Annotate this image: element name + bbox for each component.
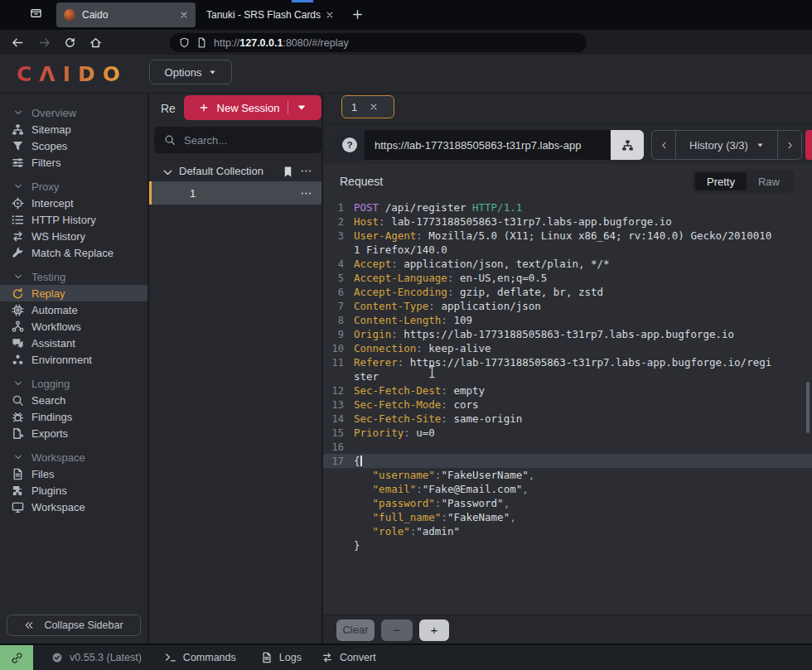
- sidebar-item-automate[interactable]: Automate: [0, 301, 147, 318]
- connection-status[interactable]: [0, 645, 33, 670]
- code-line: 15Priority: u=0: [323, 426, 812, 440]
- line-number: 5: [323, 272, 351, 284]
- tab-label: Tanuki - SRS Flash Cards: [206, 9, 326, 21]
- line-number: 17: [323, 456, 351, 467]
- browser-url-bar[interactable]: http://127.0.0.1:8080/#/replay: [170, 33, 587, 52]
- tab-container-indicator: [292, 0, 313, 2]
- sidebar-item-replay[interactable]: Replay: [0, 285, 147, 301]
- ellipsis-menu-icon[interactable]: [300, 187, 312, 199]
- sidebar-item-label: Intercept: [31, 197, 74, 210]
- convert-button[interactable]: Convert: [321, 652, 376, 663]
- session-label: 1: [190, 187, 196, 200]
- sidebar-item-environment[interactable]: Environment: [0, 351, 147, 368]
- caret-down-icon: [756, 142, 764, 149]
- editor-scrollbar[interactable]: [806, 382, 810, 433]
- file-icon: [261, 652, 273, 663]
- line-number: 12: [323, 385, 351, 397]
- forward-icon[interactable]: [38, 36, 51, 49]
- screen: Caido Tanuki - SRS Flash Cards http://12…: [0, 0, 812, 670]
- sidebar-item-assistant[interactable]: Assistant: [0, 335, 147, 351]
- sidebar-item-sitemap[interactable]: Sitemap: [0, 121, 147, 137]
- shield-icon[interactable]: [179, 37, 190, 48]
- code-line: 17{: [323, 454, 812, 468]
- collection-row[interactable]: Default Collection: [149, 160, 321, 181]
- code-line: 9Origin: https://lab-1773188505863-t31rp…: [323, 327, 812, 341]
- code-text: Content-Type: application/json: [351, 300, 541, 312]
- back-icon[interactable]: [12, 36, 24, 49]
- code-text: ster: [351, 370, 379, 383]
- sidebar-item-match-replace[interactable]: Match & Replace: [0, 244, 147, 261]
- line-number: 3: [323, 230, 351, 242]
- commands-button[interactable]: Commands: [165, 652, 236, 663]
- sidebar-item-scopes[interactable]: Scopes: [0, 137, 147, 154]
- code-line: 12Sec-Fetch-Dest: empty: [323, 383, 812, 398]
- history-back-button[interactable]: [651, 130, 676, 160]
- code-line: }: [323, 538, 812, 552]
- sidebar-item-exports[interactable]: Exports: [0, 425, 147, 441]
- pretty-toggle[interactable]: Pretty: [695, 172, 747, 190]
- history-dropdown[interactable]: History (3/3): [676, 130, 777, 160]
- connection-settings-button[interactable]: [611, 130, 644, 160]
- replay-session-tab[interactable]: 1: [341, 95, 394, 118]
- sessions-panel: Re New Session Search... Default Collect…: [149, 93, 321, 643]
- sidebar-item-intercept[interactable]: Intercept: [0, 195, 147, 211]
- home-icon[interactable]: [89, 36, 102, 49]
- code-line: 10Connection: keep-alive: [323, 341, 812, 355]
- options-label: Options: [165, 66, 202, 79]
- session-search-input[interactable]: Search...: [154, 127, 321, 153]
- code-line: 2Host: lab-1773188505863-t31rp7.labs-app…: [323, 214, 812, 229]
- send-button-edge[interactable]: [805, 130, 812, 160]
- tab-close-icon[interactable]: [180, 11, 188, 19]
- history-forward-button[interactable]: [777, 130, 802, 160]
- sidebar-item-filters[interactable]: Filters: [0, 154, 147, 171]
- search-icon: [164, 134, 176, 146]
- sessions-panel-title: Re: [161, 102, 176, 115]
- sidebar-nav: OverviewSitemapScopesFiltersProxyInterce…: [0, 104, 147, 523]
- new-session-button[interactable]: New Session: [184, 95, 321, 120]
- code-line: 3User-Agent: Mozilla/5.0 (X11; Linux x86…: [323, 229, 812, 243]
- target-url-input[interactable]: https://lab-1773188505863-t31rp7.labs-ap…: [365, 130, 611, 160]
- add-tab-button[interactable]: +: [419, 619, 449, 641]
- sidebar-section-header-proxy[interactable]: Proxy: [0, 178, 147, 195]
- chevron-down-icon[interactable]: [162, 166, 171, 176]
- remove-tab-button[interactable]: −: [381, 619, 413, 641]
- tab-close-icon[interactable]: [326, 11, 334, 19]
- view-mode-toggle: Pretty Raw: [693, 170, 794, 193]
- browser-tab-tanuki[interactable]: Tanuki - SRS Flash Cards: [199, 2, 341, 27]
- help-icon[interactable]: ?: [342, 137, 357, 152]
- reload-icon[interactable]: [64, 36, 76, 49]
- browser-tab-caido[interactable]: Caido: [56, 2, 196, 27]
- request-editor[interactable]: 1POST /api/register HTTP/1.12Host: lab-1…: [323, 200, 812, 552]
- chevron-down-icon: [13, 272, 23, 282]
- close-icon[interactable]: [370, 103, 378, 111]
- check-circle-icon: [51, 652, 63, 663]
- sidebar-item-search[interactable]: Search: [0, 392, 147, 408]
- page-info-icon[interactable]: [196, 37, 207, 48]
- sidebar-item-ws-history[interactable]: WS History: [0, 228, 147, 244]
- code-line: 1 Firefox/140.0: [323, 243, 812, 257]
- new-tab-button[interactable]: [351, 8, 364, 21]
- clear-button[interactable]: Clear: [336, 619, 375, 641]
- sidebar-item-workflows[interactable]: Workflows: [0, 318, 147, 335]
- firefox-view-icon[interactable]: [30, 7, 42, 22]
- code-text: Sec-Fetch-Site: same-origin: [351, 412, 522, 425]
- session-list-item[interactable]: 1: [149, 181, 321, 205]
- options-button[interactable]: Options: [149, 60, 232, 84]
- collapse-sidebar-button[interactable]: Collapse Sidebar: [7, 615, 141, 636]
- sidebar-item-workspace[interactable]: Workspace: [0, 499, 147, 515]
- code-text: Priority: u=0: [351, 427, 435, 439]
- sidebar-item-files[interactable]: Files: [0, 465, 147, 482]
- sidebar-section-header-logging[interactable]: Logging: [0, 375, 147, 392]
- sidebar-section-header-testing[interactable]: Testing: [0, 268, 147, 285]
- sidebar-item-plugins[interactable]: Plugins: [0, 482, 147, 499]
- logs-button[interactable]: Logs: [261, 652, 302, 663]
- sidebar-section-header-workspace[interactable]: Workspace: [0, 449, 147, 465]
- sidebar-item-findings[interactable]: Findings: [0, 408, 147, 425]
- sidebar-item-http-history[interactable]: HTTP History: [0, 211, 147, 228]
- puzzle-icon: [12, 484, 24, 497]
- ellipsis-menu-icon[interactable]: [300, 165, 312, 176]
- target-url-group: ? https://lab-1773188505863-t31rp7.labs-…: [335, 130, 644, 160]
- sidebar-section-header-overview[interactable]: Overview: [0, 104, 147, 121]
- raw-toggle[interactable]: Raw: [747, 172, 791, 190]
- bookmark-icon[interactable]: [282, 166, 292, 176]
